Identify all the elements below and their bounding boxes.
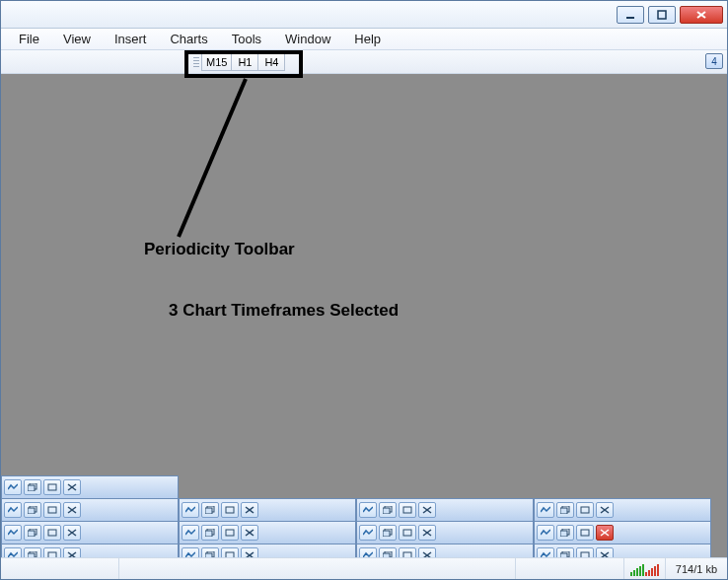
maximize-icon[interactable]	[43, 479, 61, 495]
svg-rect-51	[28, 553, 35, 557]
chart-icon	[182, 547, 199, 557]
toolbar-grip-icon[interactable]	[192, 53, 200, 71]
maximize-icon[interactable]	[576, 502, 594, 518]
menu-view[interactable]: View	[51, 30, 103, 48]
close-icon[interactable]	[63, 547, 81, 557]
close-icon[interactable]	[63, 525, 81, 541]
menu-insert[interactable]: Insert	[103, 30, 159, 48]
mdi-tab-active[interactable]	[534, 521, 711, 544]
mdi-tab[interactable]	[179, 544, 356, 557]
chart-icon	[537, 502, 554, 518]
mdi-tab[interactable]	[356, 521, 534, 544]
close-icon[interactable]	[418, 525, 436, 541]
mdi-workspace: Periodicity Toolbar 3 Chart Timeframes S…	[1, 74, 727, 557]
chart-count-badge[interactable]: 4	[705, 53, 723, 69]
restore-icon[interactable]	[24, 525, 41, 541]
mdi-tab[interactable]	[1, 521, 179, 544]
restore-icon[interactable]	[201, 502, 219, 518]
menubar: File View Insert Charts Tools Window Hel…	[1, 29, 727, 50]
close-icon[interactable]	[241, 502, 258, 518]
maximize-icon[interactable]	[399, 525, 416, 541]
annotation-label-2: 3 Chart Timeframes Selected	[169, 301, 399, 321]
svg-rect-17	[226, 507, 234, 513]
menu-window[interactable]: Window	[273, 30, 342, 48]
titlebar	[1, 1, 727, 29]
mdi-tab[interactable]	[1, 544, 179, 557]
maximize-icon[interactable]	[43, 525, 61, 541]
svg-rect-66	[560, 553, 567, 557]
close-icon[interactable]	[418, 547, 436, 557]
mdi-tab[interactable]	[534, 544, 711, 557]
menu-file[interactable]: File	[7, 30, 51, 48]
app-window: File View Insert Charts Tools Window Hel…	[0, 0, 728, 580]
svg-rect-16	[205, 508, 212, 514]
svg-rect-62	[403, 552, 411, 557]
close-icon[interactable]	[241, 547, 258, 557]
maximize-icon[interactable]	[43, 547, 61, 557]
restore-icon[interactable]	[24, 547, 41, 557]
svg-rect-22	[403, 507, 411, 513]
close-icon[interactable]	[63, 479, 81, 495]
menu-tools[interactable]: Tools	[220, 30, 273, 48]
close-icon[interactable]	[596, 525, 614, 541]
timeframe-h1[interactable]: H1	[231, 53, 258, 71]
maximize-icon[interactable]	[399, 547, 416, 557]
chart-icon	[182, 525, 199, 541]
restore-icon[interactable]	[379, 502, 397, 518]
close-icon[interactable]	[63, 502, 81, 518]
chart-icon	[4, 547, 22, 557]
maximize-icon[interactable]	[399, 502, 416, 518]
close-button[interactable]	[680, 6, 723, 24]
restore-icon[interactable]	[24, 479, 41, 495]
mdi-tab[interactable]	[1, 475, 179, 499]
svg-rect-41	[383, 531, 390, 537]
connection-indicator	[624, 558, 666, 579]
mdi-tab[interactable]	[356, 544, 534, 557]
close-icon[interactable]	[418, 502, 436, 518]
minimize-button[interactable]	[617, 6, 644, 24]
svg-rect-32	[48, 530, 56, 536]
chart-icon	[4, 525, 22, 541]
maximize-icon[interactable]	[221, 547, 239, 557]
maximize-button[interactable]	[648, 6, 676, 24]
restore-icon[interactable]	[201, 525, 219, 541]
restore-icon[interactable]	[556, 547, 574, 557]
svg-rect-7	[48, 484, 56, 490]
close-icon[interactable]	[596, 502, 614, 518]
svg-rect-57	[226, 552, 234, 557]
mdi-tab[interactable]	[356, 498, 534, 522]
menu-help[interactable]: Help	[342, 30, 393, 48]
svg-rect-36	[205, 531, 212, 537]
svg-rect-67	[581, 552, 589, 557]
svg-rect-46	[560, 531, 567, 537]
svg-rect-6	[28, 485, 35, 491]
maximize-icon[interactable]	[576, 547, 594, 557]
restore-icon[interactable]	[24, 502, 41, 518]
restore-icon[interactable]	[379, 525, 397, 541]
maximize-icon[interactable]	[221, 502, 239, 518]
mdi-tab[interactable]	[179, 521, 356, 544]
mdi-tab[interactable]	[1, 498, 179, 522]
menu-charts[interactable]: Charts	[158, 30, 219, 48]
restore-icon[interactable]	[556, 502, 574, 518]
close-icon[interactable]	[241, 525, 258, 541]
maximize-icon[interactable]	[43, 502, 61, 518]
mdi-tab[interactable]	[179, 498, 356, 522]
chart-icon	[4, 479, 22, 495]
timeframe-m15[interactable]: M15	[201, 53, 232, 71]
chart-icon	[359, 547, 377, 557]
svg-rect-21	[383, 508, 390, 514]
restore-icon[interactable]	[379, 547, 397, 557]
svg-rect-47	[581, 530, 589, 536]
restore-icon[interactable]	[556, 525, 574, 541]
timeframe-h4[interactable]: H4	[257, 53, 285, 71]
svg-rect-11	[28, 508, 35, 514]
signal-bars-icon	[624, 562, 665, 576]
maximize-icon[interactable]	[221, 525, 239, 541]
maximize-icon[interactable]	[576, 525, 594, 541]
close-icon[interactable]	[596, 547, 614, 557]
restore-icon[interactable]	[201, 547, 219, 557]
mdi-minimized-area	[1, 475, 727, 557]
mdi-tab[interactable]	[534, 498, 711, 522]
status-segment	[1, 558, 119, 579]
